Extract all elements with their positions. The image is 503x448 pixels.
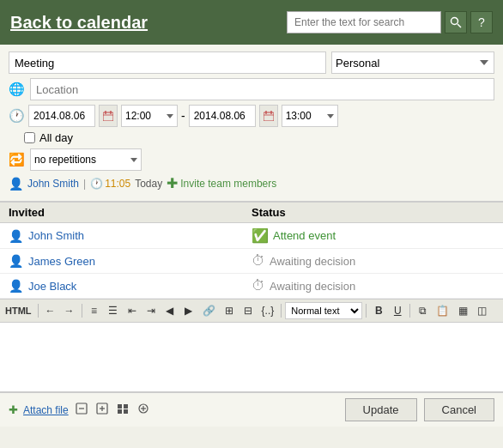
title-category-row: Personal Work Family Other: [9, 51, 494, 74]
col-header-status: Status: [252, 206, 494, 219]
event-title-input[interactable]: [9, 51, 326, 74]
search-input[interactable]: [287, 11, 441, 33]
person-icon-1: 👤: [9, 254, 23, 268]
redo-button[interactable]: →: [61, 302, 78, 319]
indent-button[interactable]: ⇥: [142, 302, 160, 319]
svg-rect-18: [124, 409, 128, 414]
footer-icon-btn-2[interactable]: [94, 401, 110, 420]
search-icon: [450, 16, 462, 28]
html-label: HTML: [5, 306, 32, 316]
underline-button[interactable]: U: [389, 302, 406, 319]
indent2-button[interactable]: ▶: [180, 302, 197, 319]
table-button[interactable]: ⊞: [221, 302, 238, 319]
invited-person-link-0[interactable]: John Smith: [28, 229, 84, 242]
invited-section: Invited Status 👤 John Smith ✅ Attend eve…: [0, 202, 503, 300]
grid-button[interactable]: ⊟: [239, 302, 257, 319]
person-icon-2: 👤: [9, 279, 23, 293]
copy-button[interactable]: ⧉: [414, 302, 431, 319]
footer-icon-btn-1[interactable]: [74, 401, 89, 420]
toolbar-divider-2: [281, 304, 282, 318]
outdent-button[interactable]: ⇤: [124, 302, 141, 319]
person-icon-0: 👤: [9, 229, 23, 243]
calendar-icon: [103, 111, 113, 121]
svg-rect-17: [118, 409, 122, 414]
clock-circle-icon-2: ⏱: [252, 278, 265, 294]
start-date-picker-button[interactable]: [99, 105, 118, 127]
paste-button[interactable]: 📋: [433, 302, 452, 319]
clock-icon: 🕐: [9, 108, 25, 124]
form-area: Personal Work Family Other 🌐 🕐 12:0012:3…: [0, 45, 503, 202]
start-time-select[interactable]: 12:0012:3013:00: [121, 105, 178, 127]
editor-body[interactable]: [0, 323, 503, 391]
toolbar-divider-4: [409, 304, 410, 318]
invited-person-link-1[interactable]: James Green: [28, 255, 95, 268]
location-row: 🌐: [9, 78, 494, 100]
undo-button[interactable]: ←: [42, 302, 59, 319]
end-date-input[interactable]: [189, 105, 256, 127]
ordered-list-button[interactable]: ☰: [105, 302, 122, 319]
calendar-end-icon: [264, 111, 274, 121]
svg-point-0: [451, 18, 458, 25]
invited-person-link-2[interactable]: Joe Black: [28, 280, 76, 293]
svg-rect-6: [264, 112, 274, 121]
invited-row: 👤 James Green ⏱ Awaiting decision: [0, 249, 503, 274]
header: Back to calendar ?: [0, 0, 503, 45]
footer-icon-1: [75, 402, 88, 415]
footer-icon-3: [116, 402, 130, 415]
repeat-select[interactable]: no repetitions Daily Weekly Monthly Year…: [30, 148, 142, 171]
owner-time-badge: 🕐 11:05: [90, 178, 130, 190]
allday-row: All day: [9, 131, 494, 144]
extra-button[interactable]: ◫: [473, 302, 490, 319]
link-button[interactable]: 🔗: [199, 302, 219, 319]
search-button[interactable]: [445, 11, 467, 33]
clock-small-icon: 🕐: [90, 178, 103, 190]
invited-row: 👤 John Smith ✅ Attend event: [0, 223, 503, 249]
today-label: Today: [135, 178, 162, 190]
code-button[interactable]: {..}: [258, 302, 278, 319]
start-date-input[interactable]: [28, 105, 95, 127]
invite-team-members-link[interactable]: ✚ Invite team members: [167, 175, 276, 191]
unordered-list-button[interactable]: ≡: [86, 302, 103, 319]
repeat-row: 🔁 no repetitions Daily Weekly Monthly Ye…: [9, 148, 494, 171]
allday-checkbox[interactable]: [24, 132, 35, 143]
more-button[interactable]: ▦: [454, 302, 471, 319]
header-right: ?: [287, 11, 493, 33]
category-select[interactable]: Personal Work Family Other: [331, 51, 494, 74]
footer-icon-2: [95, 402, 109, 415]
col-header-invited: Invited: [9, 206, 252, 219]
clock-circle-icon-1: ⏱: [252, 253, 265, 269]
update-button[interactable]: Update: [345, 398, 417, 421]
owner-name-link[interactable]: John Smith: [27, 178, 79, 190]
allday-label: All day: [39, 131, 73, 144]
footer-icon-btn-4[interactable]: [136, 401, 151, 420]
svg-rect-16: [124, 404, 128, 409]
svg-rect-2: [103, 112, 113, 121]
invited-table-header: Invited Status: [0, 203, 503, 223]
repeat-icon: 🔁: [9, 152, 25, 167]
cancel-button[interactable]: Cancel: [424, 398, 494, 421]
status-badge-0: ✅ Attend event: [252, 227, 336, 244]
toolbar-divider-1: [82, 304, 82, 318]
footer-right: Update Cancel: [345, 398, 494, 421]
end-date-picker-button[interactable]: [259, 105, 278, 127]
toolbar-divider-0: [38, 304, 39, 318]
svg-line-1: [458, 24, 461, 27]
location-input[interactable]: [30, 78, 494, 100]
back-to-calendar-link[interactable]: Back to calendar: [10, 13, 148, 33]
help-button[interactable]: ?: [470, 11, 493, 33]
editor-toolbar: HTML ← → ≡ ☰ ⇤ ⇥ ◀ ▶ 🔗 ⊞ ⊟ {..} Normal t…: [0, 300, 503, 323]
svg-rect-15: [118, 404, 122, 409]
bold-button[interactable]: B: [370, 302, 387, 319]
toolbar-divider-3: [366, 304, 367, 318]
invite-plus-icon: ✚: [167, 175, 178, 191]
attach-file-link[interactable]: Attach file: [23, 404, 69, 416]
end-time-select[interactable]: 13:0013:3014:00: [282, 105, 338, 127]
format-select[interactable]: Normal text Heading 1 Heading 2 Heading …: [285, 302, 362, 319]
footer-icon-btn-3[interactable]: [115, 401, 130, 420]
owner-user-icon: 👤: [9, 177, 23, 191]
owner-row: 👤 John Smith | 🕐 11:05 Today ✚ Invite te…: [9, 175, 494, 191]
outdent2-button[interactable]: ◀: [161, 302, 179, 319]
status-badge-1: ⏱ Awaiting decision: [252, 253, 355, 269]
footer-icon-4: [136, 402, 150, 415]
invited-row: 👤 Joe Black ⏱ Awaiting decision: [0, 274, 503, 299]
